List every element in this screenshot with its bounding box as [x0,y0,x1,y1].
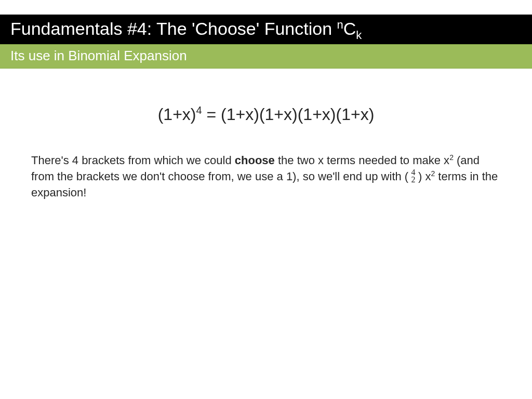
explanation-paragraph: There's 4 brackets from which we could c… [31,153,501,201]
slide-subtitle: Its use in Binomial Expansion [0,44,532,69]
slide-title: Fundamentals #4: The 'Choose' Function n… [0,15,532,44]
title-superscript-n: n [337,18,343,31]
binom-bot: 2 [411,176,416,183]
title-c: C [343,19,356,38]
para-exp2a: 2 [449,153,454,162]
slide-body: (1+x)4 = (1+x)(1+x)(1+x)(1+x) There's 4 … [0,69,532,221]
subtitle-text: Its use in Binomial Expansion [10,48,187,63]
equation-lhs-base: (1+x) [158,105,196,124]
para-t2: the two x terms needed to make x [275,154,449,167]
equation-lhs-exp: 4 [196,104,202,116]
title-prefix: Fundamentals #4: The 'Choose' Function [10,19,337,38]
main-equation: (1+x)4 = (1+x)(1+x)(1+x)(1+x) [31,105,501,124]
para-bold-choose: choose [235,154,275,167]
equation-rhs: = (1+x)(1+x)(1+x)(1+x) [202,105,375,124]
para-t4: ) x [418,170,431,183]
title-subscript-k: k [356,29,362,42]
para-t1: There's 4 brackets from which we could [31,154,235,167]
binomial-coefficient: 42 [411,169,416,184]
